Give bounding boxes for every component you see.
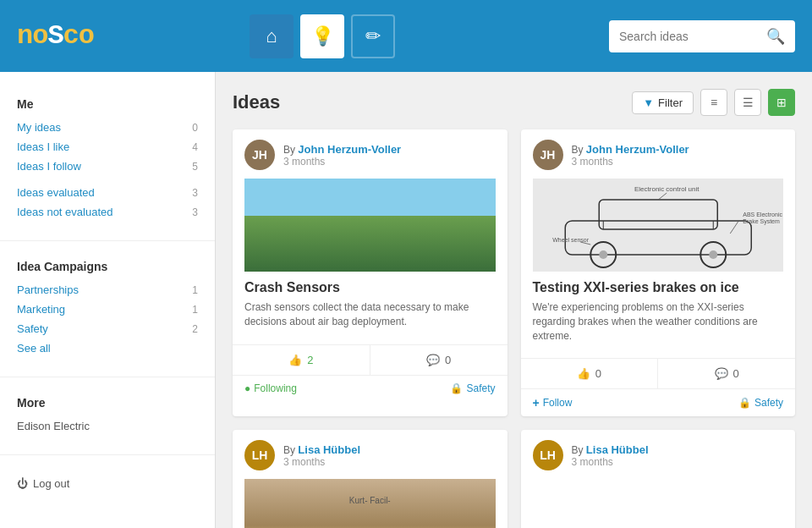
card-footer: ● Following 🔒 Safety (233, 375, 508, 401)
comment-count: 0 (733, 367, 739, 380)
nav-icons: ⌂ 💡 ✏ (250, 14, 592, 58)
card-top: LH By Lisa Hübbel 3 months (521, 430, 796, 486)
author-name[interactable]: John Herzum-Voller (298, 143, 401, 156)
author-info: By John Herzum-Voller 3 months (572, 143, 689, 168)
svg-line-12 (730, 221, 738, 234)
search-icon: 🔍 (766, 28, 785, 45)
like-count: 2 (307, 354, 313, 366)
idea-card: JH By John Herzum-Voller 3 months (521, 129, 796, 416)
author-time: 3 months (572, 456, 649, 468)
author-time: 3 months (572, 156, 689, 168)
sidebar: Me My ideas 0 Ideas I like 4 Ideas I fol… (0, 72, 216, 528)
card-author: LH By Lisa Hübbel 3 months (244, 440, 496, 470)
sidebar-item-ideas-follow[interactable]: Ideas I follow 5 (17, 157, 198, 176)
follow-button[interactable]: + Follow (533, 396, 573, 410)
sidebar-item-count: 4 (192, 141, 198, 153)
idea-card: LH By Lisa Hübbel 3 months (521, 430, 796, 528)
follow-label: Follow (543, 397, 573, 409)
sidebar-item-label: Ideas I follow (17, 160, 81, 173)
like-button[interactable]: 👍 0 (521, 359, 659, 388)
lock-icon: 🔒 (738, 397, 751, 409)
search-input[interactable] (619, 30, 760, 43)
list-view-button-2[interactable]: ☰ (734, 89, 761, 116)
search-area: 🔍 (609, 20, 795, 52)
card-title: Testing XXI-series brakes on ice (533, 280, 784, 295)
by-label: By Lisa Hübbel (572, 443, 649, 456)
sidebar-item-label: Ideas not evaluated (17, 206, 112, 218)
thumb-icon: 👍 (288, 354, 302, 366)
card-author: JH By John Herzum-Voller 3 months (244, 140, 496, 170)
avatar: LH (244, 440, 275, 470)
filter-label: Filter (658, 96, 683, 109)
following-badge: ● Following (244, 382, 297, 394)
sidebar-item-ideas-not-evaluated[interactable]: Ideas not evaluated 3 (17, 202, 198, 222)
sidebar-item-count: 3 (192, 187, 198, 199)
svg-line-9 (658, 193, 667, 200)
home-nav-button[interactable]: ⌂ (250, 14, 294, 58)
thumb-icon: 👍 (577, 367, 590, 380)
grid-view-button[interactable]: ⊞ (768, 89, 795, 116)
sidebar-item-ideas-evaluated[interactable]: Ideas evaluated 3 (17, 183, 198, 202)
author-name[interactable]: John Herzum-Voller (586, 143, 689, 156)
svg-point-4 (599, 250, 607, 259)
sidebar-item-my-ideas[interactable]: My ideas 0 (17, 118, 198, 137)
by-label: By John Herzum-Voller (572, 143, 689, 156)
card-actions: 👍 2 💬 0 (233, 344, 508, 375)
by-label: By John Herzum-Voller (283, 143, 401, 156)
ideas-nav-button[interactable]: 💡 (300, 14, 344, 58)
card-desc: We're experiencing problems on the XXI-s… (533, 300, 784, 343)
comment-button[interactable]: 💬 0 (370, 345, 508, 375)
car-diagram: Electronic control unit ABS Electronic B… (533, 179, 784, 272)
sidebar-item-ideas-like[interactable]: Ideas I like 4 (17, 137, 198, 157)
edit-nav-button[interactable]: ✏ (351, 14, 395, 58)
author-time: 3 months (283, 156, 401, 168)
me-section: Me My ideas 0 Ideas I like 4 Ideas I fol… (0, 89, 215, 230)
lock-icon: 🔒 (450, 382, 463, 394)
search-button[interactable]: 🔍 (766, 27, 785, 46)
sidebar-item-count: 5 (192, 161, 198, 173)
category-label: Safety (754, 397, 783, 409)
sidebar-item-partnerships[interactable]: Partnerships 1 (17, 280, 198, 300)
category-label: Safety (466, 382, 495, 394)
card-author: JH By John Herzum-Voller 3 months (533, 140, 784, 170)
author-info: By Lisa Hübbel 3 months (572, 443, 649, 468)
author-name[interactable]: Lisa Hübbel (298, 443, 360, 456)
sidebar-item-label: My ideas (17, 121, 61, 134)
sidebar-item-count: 3 (192, 206, 198, 218)
plus-icon: + (533, 396, 540, 410)
card-author: LH By Lisa Hübbel 3 months (533, 440, 784, 470)
following-label: Following (254, 382, 297, 394)
sidebar-item-count: 1 (192, 304, 198, 316)
more-section-title: More (17, 396, 198, 410)
svg-rect-0 (565, 221, 751, 255)
campaigns-section-title: Idea Campaigns (17, 260, 198, 273)
sidebar-item-see-all[interactable]: See all (17, 338, 198, 358)
svg-text:Brake System: Brake System (743, 218, 780, 225)
idea-card: JH By John Herzum-Voller 3 months Crash … (233, 129, 508, 416)
more-item: Edison Electric (17, 416, 198, 436)
logout-button[interactable]: ⏻ Log out (17, 474, 69, 493)
author-time: 3 months (283, 456, 360, 468)
card-footer: + Follow 🔒 Safety (521, 388, 796, 416)
main-controls: ▼ Filter ≡ ☰ ⊞ (632, 89, 795, 116)
svg-point-5 (709, 250, 717, 259)
sidebar-item-count: 0 (192, 122, 198, 134)
main-header: Ideas ▼ Filter ≡ ☰ ⊞ (233, 89, 795, 116)
sidebar-item-label: Marketing (17, 303, 65, 316)
pencil-icon: ✏ (365, 25, 381, 47)
layout: Me My ideas 0 Ideas I like 4 Ideas I fol… (0, 72, 812, 528)
grid-icon: ⊞ (776, 96, 787, 109)
list-view-button-1[interactable]: ≡ (700, 89, 727, 116)
filter-button[interactable]: ▼ Filter (632, 91, 694, 114)
sidebar-item-label: Partnerships (17, 283, 79, 296)
comment-icon: 💬 (426, 354, 440, 366)
sidebar-item-safety[interactable]: Safety 2 (17, 319, 198, 338)
logo-text: noSco (17, 20, 94, 52)
author-name[interactable]: Lisa Hübbel (586, 443, 649, 456)
me-section-title: Me (17, 97, 198, 111)
card-image: Electronic control unit ABS Electronic B… (533, 179, 784, 272)
like-button[interactable]: 👍 2 (233, 345, 370, 375)
sidebar-item-marketing[interactable]: Marketing 1 (17, 300, 198, 319)
comment-button[interactable]: 💬 0 (658, 359, 795, 388)
sidebar-item-label: Safety (17, 322, 48, 335)
